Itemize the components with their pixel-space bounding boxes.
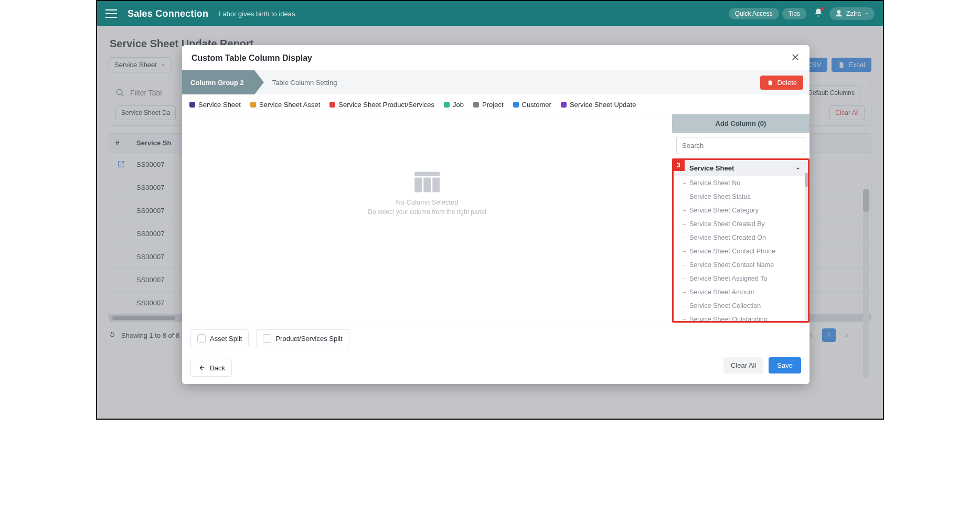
legend-item: Service Sheet Asset [250,101,320,109]
empty-title: No Column Selected [368,198,486,206]
legend-label: Service Sheet Product/Services [338,101,434,109]
column-group-header[interactable]: Service Sheet [674,160,808,176]
breadcrumb-next[interactable]: Table Column Setting [272,79,337,87]
legend-label: Customer [522,101,551,109]
back-button[interactable]: Back [190,359,232,377]
legend-item: Project [473,101,503,109]
column-option[interactable]: Service Sheet No [674,176,808,190]
legend-label: Service Sheet [198,101,241,109]
empty-subtitle: Do select your column from the right pan… [368,208,486,215]
menu-icon[interactable] [105,9,117,18]
arrow-left-icon [197,364,206,372]
product-split-label: Product/Services Split [275,335,342,343]
panel-scrollbar[interactable] [805,173,808,321]
column-display-modal: Custom Table Column Display Column Group… [182,45,809,384]
legend-item: Customer [513,101,551,109]
column-search-input[interactable] [676,137,805,154]
legend-swatch [473,102,479,108]
checkbox-icon [197,334,206,343]
brand-label: Sales Connection [127,8,208,19]
column-option[interactable]: Service Sheet Collection [674,299,808,313]
legend-swatch [329,102,335,108]
legend-swatch [513,102,519,108]
legend-label: Service Sheet Update [570,101,636,109]
user-menu[interactable]: Zafra [829,7,875,20]
legend-swatch [250,102,256,108]
legend-item: Service Sheet Product/Services [329,101,434,109]
delete-label: Delete [777,79,797,87]
close-icon[interactable] [791,52,800,64]
legend-item: Service Sheet [189,101,241,109]
column-option[interactable]: Service Sheet Contact Phone [674,244,808,258]
column-option[interactable]: Service Sheet Contact Name [674,258,808,272]
column-options-panel: 3 Service Sheet Service Sheet NoService … [672,158,809,323]
breadcrumb-active[interactable]: Column Group 2 [182,70,254,94]
checkbox-icon [263,334,271,343]
chevron-up-icon [794,165,802,172]
legend-swatch [561,102,567,108]
quick-access-button[interactable]: Quick Access [729,8,779,19]
add-column-panel: Add Column (0) 3 Service Sheet Service S… [672,114,809,323]
column-option[interactable]: Service Sheet Status [674,190,808,204]
modal-clear-all-button[interactable]: Clear All [723,357,763,373]
column-canvas: No Column Selected Do select your column… [182,114,672,323]
top-bar: Sales Connection Labor gives birth to id… [97,1,883,26]
avatar-icon [835,9,843,18]
legend-item: Job [444,101,464,109]
bell-icon[interactable] [814,8,823,19]
group-label: Service Sheet [689,164,734,172]
column-option[interactable]: Service Sheet Category [674,204,808,217]
user-name: Zafra [846,10,861,17]
legend-item: Service Sheet Update [561,101,636,109]
add-column-header: Add Column (0) [672,114,809,133]
legend-label: Project [482,101,503,109]
back-label: Back [210,364,225,372]
product-split-checkbox[interactable]: Product/Services Split [256,329,349,347]
save-button[interactable]: Save [769,357,801,373]
legend-label: Service Sheet Asset [259,101,320,109]
column-option[interactable]: Service Sheet Amount [674,285,808,299]
column-option[interactable]: Service Sheet Outstanding [674,313,808,323]
step-badge: 3 [672,158,685,171]
legend-row: Service SheetService Sheet AssetService … [182,94,809,114]
legend-label: Job [453,101,464,109]
asset-split-label: Asset Split [210,335,242,343]
delete-button[interactable]: Delete [760,76,803,90]
legend-swatch [189,102,195,108]
breadcrumb: Column Group 2 Table Column Setting Dele… [182,70,809,94]
trash-icon [766,79,774,86]
column-option[interactable]: Service Sheet Assigned To [674,272,808,285]
chevron-down-icon [864,11,869,16]
column-option[interactable]: Service Sheet Created On [674,231,808,244]
modal-title: Custom Table Column Display [191,54,312,63]
empty-state: No Column Selected Do select your column… [368,172,486,215]
tips-button[interactable]: Tips [782,8,806,19]
asset-split-checkbox[interactable]: Asset Split [190,329,249,347]
legend-swatch [444,102,450,108]
column-option[interactable]: Service Sheet Created By [674,217,808,231]
notification-dot [821,7,824,10]
tagline-label: Labor gives birth to ideas. [219,10,297,18]
table-icon [414,172,440,193]
